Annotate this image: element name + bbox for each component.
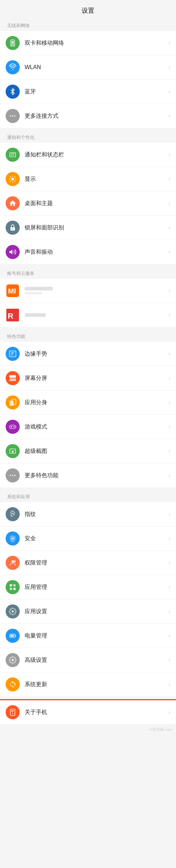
- svg-rect-14: [12, 153, 14, 154]
- app-manage-label: 应用管理: [25, 584, 169, 591]
- desktop-label: 桌面和主题: [25, 200, 169, 207]
- clone-label: 应用分身: [25, 399, 169, 406]
- security-chevron: ›: [169, 535, 170, 542]
- svg-rect-4: [13, 44, 14, 44]
- display-icon: [6, 172, 20, 186]
- svg-point-7: [12, 69, 13, 70]
- split-label: 屏幕分屏: [25, 375, 169, 382]
- menu-item-account1[interactable]: MI ›: [0, 279, 176, 303]
- menu-item-app-settings[interactable]: 应用设置 ›: [0, 599, 176, 624]
- menu-item-app-manage[interactable]: 应用管理 ›: [0, 575, 176, 599]
- svg-point-32: [12, 451, 14, 453]
- menu-item-account2[interactable]: R ›: [0, 303, 176, 327]
- about-chevron: ›: [169, 709, 170, 715]
- bluetooth-icon: [6, 85, 20, 99]
- menu-item-bluetooth[interactable]: 蓝牙 ›: [0, 80, 176, 104]
- section-title-wireless: 无线和网络: [0, 19, 176, 31]
- section-title-system: 系统和应用: [0, 490, 176, 502]
- fingerprint-label: 指纹: [25, 511, 169, 518]
- sound-chevron: ›: [169, 249, 170, 255]
- section-system: 系统和应用 指纹 › 安全 › 权限管理 ›: [0, 490, 176, 696]
- svg-point-16: [11, 178, 14, 180]
- menu-item-about[interactable]: 关于手机 ›: [0, 700, 176, 724]
- menu-item-edge[interactable]: 边缘手势 ›: [0, 342, 176, 366]
- section-wireless: 无线和网络 双卡和移动网络 › WLAN › 蓝牙 ›: [0, 19, 176, 128]
- watermark-text: 小安卓网.com: [149, 727, 172, 732]
- wifi-icon: [6, 60, 20, 74]
- menu-item-desktop[interactable]: 桌面和主题 ›: [0, 191, 176, 216]
- menu-item-fingerprint[interactable]: 指纹 ›: [0, 502, 176, 527]
- menu-item-notif-bar[interactable]: 通知栏和状态栏 ›: [0, 143, 176, 167]
- menu-item-sound[interactable]: 声音和振动 ›: [0, 240, 176, 264]
- svg-point-18: [12, 228, 13, 229]
- clone-chevron: ›: [169, 399, 170, 406]
- advanced-chevron: ›: [169, 657, 170, 663]
- screenshot-chevron: ›: [169, 448, 170, 454]
- watermark: 小安卓网.com: [0, 724, 176, 735]
- sim-icon: [6, 36, 20, 50]
- svg-rect-6: [13, 45, 14, 45]
- more-feat-label: 更多特色功能: [25, 472, 169, 479]
- account2-icon: R: [6, 308, 20, 322]
- menu-item-split[interactable]: 屏幕分屏 ›: [0, 366, 176, 390]
- security-icon: [6, 531, 20, 546]
- menu-item-game[interactable]: 游戏模式 ›: [0, 415, 176, 439]
- svg-point-35: [14, 475, 16, 476]
- security-label: 安全: [25, 535, 169, 542]
- game-label: 游戏模式: [25, 423, 169, 431]
- menu-item-more-feat[interactable]: 更多特色功能 ›: [0, 463, 176, 487]
- menu-item-lock[interactable]: 锁屏和面部识别 ›: [0, 216, 176, 240]
- lock-icon: [6, 221, 20, 235]
- fingerprint-chevron: ›: [169, 511, 170, 517]
- split-icon: [6, 371, 20, 385]
- edge-chevron: ›: [169, 351, 170, 357]
- menu-item-battery[interactable]: 电量管理 ›: [0, 624, 176, 648]
- svg-point-48: [12, 713, 13, 714]
- svg-rect-44: [11, 635, 14, 637]
- more-connect-chevron: ›: [169, 113, 170, 119]
- more-connect-icon: [6, 109, 20, 123]
- display-label: 显示: [25, 176, 169, 183]
- menu-item-more-connect[interactable]: 更多连接方式 ›: [0, 104, 176, 128]
- update-label: 系统更新: [25, 681, 169, 688]
- app-settings-chevron: ›: [169, 608, 170, 615]
- section-title-notification: 通知和个性化: [0, 131, 176, 143]
- svg-point-34: [12, 475, 13, 476]
- split-chevron: ›: [169, 375, 170, 381]
- svg-point-33: [10, 475, 11, 476]
- svg-rect-11: [10, 153, 16, 157]
- game-icon: [6, 420, 20, 434]
- svg-rect-39: [13, 584, 15, 586]
- permission-icon: [6, 556, 20, 570]
- menu-item-display[interactable]: 显示 ›: [0, 167, 176, 191]
- menu-item-update[interactable]: 系统更新 ›: [0, 672, 176, 696]
- svg-rect-41: [13, 588, 15, 590]
- section-account: 账号和云服务 MI › R: [0, 267, 176, 327]
- menu-item-wifi[interactable]: WLAN ›: [0, 55, 176, 80]
- menu-item-sim[interactable]: 双卡和移动网络 ›: [0, 31, 176, 55]
- menu-item-permission[interactable]: 权限管理 ›: [0, 551, 176, 575]
- svg-rect-47: [11, 711, 13, 712]
- svg-text:MI: MI: [8, 287, 16, 295]
- screenshot-label: 超级截图: [25, 448, 169, 455]
- page-title: 设置: [82, 7, 94, 14]
- bluetooth-label: 蓝牙: [25, 88, 169, 96]
- account1-chevron: ›: [169, 288, 170, 294]
- advanced-label: 高级设置: [25, 657, 169, 664]
- display-chevron: ›: [169, 176, 170, 182]
- svg-rect-15: [12, 155, 14, 156]
- bluetooth-chevron: ›: [169, 88, 170, 95]
- more-feat-icon: [6, 468, 20, 482]
- menu-item-advanced[interactable]: 高级设置 ›: [0, 648, 176, 672]
- svg-rect-45: [11, 709, 15, 715]
- app-settings-icon: [6, 604, 20, 618]
- account1-icon: MI: [6, 284, 20, 298]
- permission-label: 权限管理: [25, 559, 169, 567]
- svg-rect-3: [12, 44, 12, 44]
- notif-bar-label: 通知栏和状态栏: [25, 151, 169, 159]
- fingerprint-icon: [6, 507, 20, 521]
- menu-item-security[interactable]: 安全 ›: [0, 527, 176, 551]
- menu-item-screenshot[interactable]: 超级截图 ›: [0, 439, 176, 463]
- menu-item-clone[interactable]: 应用分身 ›: [0, 390, 176, 415]
- svg-text:R: R: [8, 312, 13, 320]
